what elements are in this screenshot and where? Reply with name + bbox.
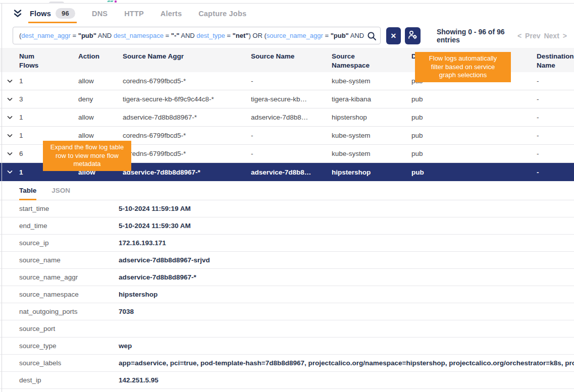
detail-row: source_typewep bbox=[0, 338, 574, 355]
tab-capture-jobs[interactable]: Capture Jobs bbox=[198, 4, 246, 23]
detail-key: dest_ip bbox=[19, 376, 119, 384]
close-icon: ✕ bbox=[391, 32, 397, 40]
filter-query-input[interactable]: (dest_name_aggr = "pub" AND dest_namespa… bbox=[13, 27, 381, 44]
search-icon[interactable] bbox=[367, 31, 377, 43]
expand-row-chevron-icon[interactable] bbox=[0, 152, 19, 156]
pagination: < Prev Next > bbox=[517, 32, 569, 40]
next-chevron-icon[interactable]: > bbox=[563, 32, 567, 40]
column-header-action: Action bbox=[78, 52, 123, 61]
cell-source_name: - bbox=[251, 150, 332, 157]
cell-destination_name: - bbox=[537, 95, 574, 103]
tab-label: Capture Jobs bbox=[198, 10, 246, 18]
tab-label: Flows bbox=[30, 10, 51, 18]
column-header-num-flows: Num Flows bbox=[19, 52, 78, 70]
cell-dest_name_aggr: pub bbox=[411, 95, 537, 103]
cell-source_name_aggr: coredns-6799fbcd5-* bbox=[123, 132, 251, 139]
expand-row-chevron-icon[interactable] bbox=[0, 170, 19, 174]
flow-table-row[interactable]: 1allowadservice-7d8b8d8967-*adservice-7d… bbox=[0, 108, 574, 127]
detail-row: end_time5-10-2024 11:59:30 AM bbox=[0, 217, 574, 235]
cell-source_name_aggr: tigera-secure-kb-6f9c9c44c8-* bbox=[123, 95, 251, 103]
query-token: AND bbox=[96, 32, 114, 39]
user-settings-button[interactable] bbox=[405, 27, 421, 44]
detail-tab-table[interactable]: Table bbox=[19, 181, 36, 200]
column-header-label: Destination Name bbox=[537, 52, 574, 70]
cell-source_name_aggr: adservice-7d8b8d8967-* bbox=[123, 114, 251, 121]
expand-row-chevron-icon[interactable] bbox=[0, 116, 19, 120]
column-header-label: Action bbox=[78, 52, 99, 61]
detail-value: adservice-7d8b8d8967-* bbox=[119, 273, 574, 281]
query-token: source_name_aggr bbox=[267, 32, 323, 39]
detail-tab-json[interactable]: JSON bbox=[51, 181, 70, 200]
entries-count: Showing 0 - 96 of 96 entries bbox=[437, 28, 517, 44]
column-header-destination-name: Destination Name bbox=[537, 52, 574, 70]
callout-expand-tooltip: Expand the flow log tablerow to view mor… bbox=[43, 141, 131, 171]
cell-destination_name: - bbox=[537, 132, 574, 139]
column-header-label: Num Flows bbox=[19, 52, 40, 70]
filter-query-text: (dest_name_aggr = "pub" AND dest_namespa… bbox=[19, 32, 364, 39]
tab-flows[interactable]: Flows96 bbox=[30, 4, 75, 23]
cell-source_name: tigera-secure-kb… bbox=[251, 95, 332, 103]
cell-source_namespace: kube-system bbox=[332, 132, 411, 139]
detail-value: 172.16.193.171 bbox=[119, 239, 574, 247]
detail-key: nat_outgoing_ports bbox=[19, 308, 119, 315]
top-tab-bar: Flows96DNSHTTPAlertsCapture Jobs bbox=[0, 4, 574, 23]
cell-destination_name: - bbox=[537, 169, 574, 176]
prev-chevron-icon[interactable]: < bbox=[517, 32, 521, 40]
query-token: "pub" bbox=[78, 32, 96, 39]
expand-row-chevron-icon[interactable] bbox=[0, 79, 19, 83]
next-button[interactable]: Next bbox=[544, 32, 559, 40]
cell-dest_name_aggr: pub bbox=[411, 150, 537, 157]
flows-count-badge: 96 bbox=[56, 8, 75, 19]
cell-source_namespace: hipstershop bbox=[332, 169, 411, 176]
cell-source_name_aggr: adservice-7d8b8d8967-* bbox=[123, 169, 251, 176]
detail-key: source_name_aggr bbox=[19, 273, 119, 281]
cell-num_flows: 1 bbox=[19, 114, 78, 121]
tab-alerts[interactable]: Alerts bbox=[161, 4, 182, 23]
column-header-source-name: Source Name bbox=[251, 52, 332, 61]
flow-table-row[interactable]: 3denytigera-secure-kb-6f9c9c44c8-*tigera… bbox=[0, 90, 574, 108]
query-token: = bbox=[164, 32, 171, 39]
active-tab-underline bbox=[28, 22, 77, 23]
expand-row-chevron-icon[interactable] bbox=[0, 134, 19, 138]
panel-left-border bbox=[2, 4, 2, 392]
tab-http[interactable]: HTTP bbox=[124, 4, 144, 23]
cell-source_name: adservice-7d8b8… bbox=[251, 114, 332, 121]
callout-line: filter based on service bbox=[418, 63, 508, 72]
expand-row-chevron-icon[interactable] bbox=[0, 97, 19, 101]
query-token: AND bbox=[179, 32, 196, 39]
detail-row: source_namespacehipstershop bbox=[0, 286, 574, 303]
detail-fields: start_time5-10-2024 11:59:19 AMend_time5… bbox=[0, 200, 574, 389]
tab-list: Flows96DNSHTTPAlertsCapture Jobs bbox=[30, 4, 263, 23]
query-token: "net" bbox=[233, 32, 249, 39]
query-token: = bbox=[225, 32, 233, 39]
tab-dns[interactable]: DNS bbox=[92, 4, 108, 23]
detail-value: 5-10-2024 11:59:30 AM bbox=[119, 222, 574, 230]
cell-source_namespace: kube-system bbox=[332, 150, 411, 157]
column-header-label: Source Name Aggr bbox=[123, 52, 184, 61]
cell-dest_name_aggr: pub bbox=[411, 169, 537, 176]
detail-tab-label: Table bbox=[19, 187, 36, 194]
detail-key: source_name bbox=[19, 256, 119, 264]
detail-value: hipstershop bbox=[119, 291, 574, 298]
detail-row: source_labelsapp=adservice, pci=true, po… bbox=[0, 355, 574, 372]
callout-filter-tooltip: Flow logs automaticallyfilter based on s… bbox=[415, 52, 511, 82]
collapse-panel-icon[interactable] bbox=[13, 4, 23, 23]
detail-value: wep bbox=[119, 342, 574, 350]
cell-source_namespace: kube-system bbox=[332, 77, 411, 85]
query-token: ) OR ( bbox=[248, 32, 266, 39]
detail-value: 5-10-2024 11:59:19 AM bbox=[119, 205, 574, 212]
filter-bar: (dest_name_aggr = "pub" AND dest_namespa… bbox=[0, 23, 574, 48]
decorative-fragment bbox=[110, 1, 114, 2]
column-header-source-namespace: Source Namespace bbox=[332, 52, 411, 70]
prev-button[interactable]: Prev bbox=[525, 32, 540, 40]
column-header-label: Source Namespace bbox=[332, 52, 376, 70]
clear-filter-button[interactable]: ✕ bbox=[386, 27, 401, 44]
cell-action: allow bbox=[78, 114, 123, 121]
column-header-label: Source Name bbox=[251, 52, 294, 61]
detail-tab-bar: TableJSON bbox=[0, 181, 574, 200]
tab-label: Alerts bbox=[161, 10, 182, 18]
cell-source_namespace: hipstershop bbox=[332, 114, 411, 121]
cell-destination_name: - bbox=[537, 114, 574, 121]
detail-key: source_namespace bbox=[19, 291, 119, 298]
query-token: dest_type bbox=[196, 32, 225, 39]
